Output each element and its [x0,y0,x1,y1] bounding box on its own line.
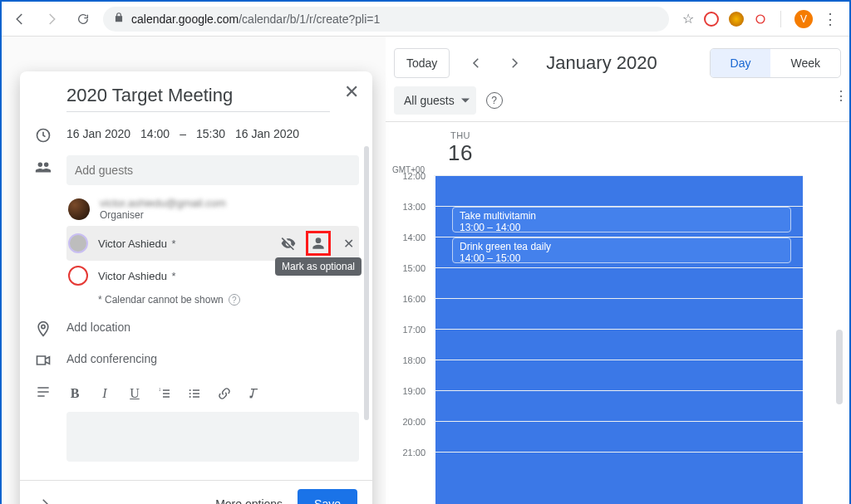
datetime-row[interactable]: 16 Jan 2020 14:00 – 15:30 16 Jan 2020 [66,127,359,140]
event-1[interactable]: Take multivitamin 13:00 – 14:00 [452,207,791,232]
event-2[interactable]: Drink green tea daily 14:00 – 15:00 [452,237,791,263]
extension-icon-2[interactable] [729,12,744,27]
toolbar-right: ☆ V ⋮ [677,10,843,28]
clear-format-button[interactable] [246,385,263,402]
next-day-button[interactable] [503,51,526,75]
event-editor-panel: ✕ 16 Jan 2020 14:00 – 15:30 16 Jan 2020 [20,71,372,504]
calendar-subheader: All guests ? [386,86,849,121]
add-guests-input[interactable] [66,155,359,185]
avatar [68,233,88,253]
collapse-button[interactable] [35,494,55,505]
end-date[interactable]: 16 Jan 2020 [235,127,299,140]
add-conferencing-row[interactable]: Add conferencing [66,352,359,365]
reload-button[interactable] [71,7,95,31]
event-title: Drink green tea daily [460,241,784,252]
calendar-settings-icon[interactable]: ⋮ [834,88,849,104]
scrollbar[interactable] [836,330,843,404]
prev-day-button[interactable] [465,51,488,75]
lock-icon [113,12,125,27]
browser-toolbar: calendar.google.com/calendar/b/1/r/creat… [2,2,849,37]
guest-organiser-row[interactable]: victor.ashiedu@gmail.com Organiser [66,192,359,226]
hour-label: 20:00 [387,417,426,427]
forward-button[interactable] [40,7,63,31]
extension-icon-3[interactable] [755,14,765,23]
event-title: Take multivitamin [460,210,784,222]
panel-scrollbar[interactable] [364,146,369,420]
save-button[interactable]: Save [298,489,357,505]
help-icon[interactable]: ? [486,92,503,109]
close-button[interactable]: ✕ [339,80,364,105]
organiser-label: Organiser [100,209,357,221]
view-week-button[interactable]: Week [770,49,840,77]
url-text: calendar.google.com/calendar/b/1/r/creat… [131,12,380,26]
help-icon[interactable]: ? [229,294,240,306]
guest-name: Victor Ashiedu [98,237,167,250]
bulleted-list-button[interactable] [186,385,203,402]
start-time[interactable]: 14:00 [140,127,170,140]
warning-text: * Calendar cannot be shown [98,294,224,306]
add-location-row[interactable]: Add location [66,321,359,334]
today-button[interactable]: Today [394,48,450,78]
visibility-off-icon[interactable] [279,234,298,252]
guest-list: victor.ashiedu@gmail.com Organiser Victo… [66,192,359,306]
link-button[interactable] [216,385,233,402]
guests-filter-label: All guests [404,94,455,107]
optional-asterisk: * [172,270,176,282]
hour-label: 18:00 [387,355,426,365]
underline-button[interactable]: U [126,385,143,402]
day-header: THU 16 [435,130,485,166]
back-button[interactable] [8,7,32,31]
separator [780,11,781,27]
bold-button[interactable]: B [66,385,83,402]
more-options-button[interactable]: More options [215,497,283,505]
panel-footer: More options Save [20,480,372,504]
calendar-warning: * Calendar cannot be shown ? [98,294,359,306]
clock-icon [20,124,66,144]
location-icon [20,317,66,337]
event-title-input[interactable] [66,83,330,112]
event-time: 14:00 – 15:00 [460,252,784,264]
hour-label: 21:00 [387,448,426,458]
italic-button[interactable]: I [96,385,113,402]
organiser-name: victor.ashiedu@gmail.com [100,197,226,209]
description-textarea[interactable] [66,412,359,462]
browser-menu-icon[interactable]: ⋮ [823,10,838,28]
time-separator: – [180,127,186,140]
guest-row-1[interactable]: Victor Ashiedu * [66,226,359,261]
profile-avatar[interactable]: V [794,10,813,28]
remove-guest-button[interactable]: ✕ [339,234,357,252]
day-number: 16 [435,140,485,166]
calendar-day-view: Today January 2020 Day Week ⋮ All guests… [386,37,849,504]
svg-point-5 [189,396,191,398]
avatar [68,198,90,220]
hour-label: 15:00 [387,263,426,273]
view-day-button[interactable]: Day [711,49,771,77]
format-toolbar: B I U 1 [66,380,359,407]
calendar-header: Today January 2020 Day Week [386,37,849,86]
svg-point-3 [189,389,191,391]
extension-icon-1[interactable] [704,12,719,27]
start-date[interactable]: 16 Jan 2020 [66,127,130,140]
video-icon [20,349,66,369]
numbered-list-button[interactable]: 1 [156,385,173,402]
mark-optional-tooltip: Mark as optional [275,257,362,276]
avatar [68,266,88,286]
hour-label: 13:00 [387,202,426,212]
calendar-grid: THU 16 GMT+00 12:00 13:00 14:00 15:00 16… [386,121,849,504]
end-time[interactable]: 15:30 [196,127,225,140]
view-toggle: Day Week [710,48,841,78]
browser-window: calendar.google.com/calendar/b/1/r/creat… [2,2,849,504]
event-time: 13:00 – 14:00 [460,222,784,233]
hour-label: 14:00 [387,232,426,242]
guest-name: Victor Ashiedu [98,270,167,282]
description-icon [20,380,66,465]
guests-filter-dropdown[interactable]: All guests [394,86,476,115]
date-range-label[interactable]: January 2020 [546,52,657,74]
hour-label: 16:00 [387,294,426,304]
omnibox[interactable]: calendar.google.com/calendar/b/1/r/creat… [103,7,669,32]
mark-optional-button[interactable] [306,231,331,256]
star-icon[interactable]: ☆ [682,11,694,27]
hour-label: 19:00 [387,386,426,396]
optional-asterisk: * [172,237,176,250]
dropdown-caret-icon [461,99,470,103]
